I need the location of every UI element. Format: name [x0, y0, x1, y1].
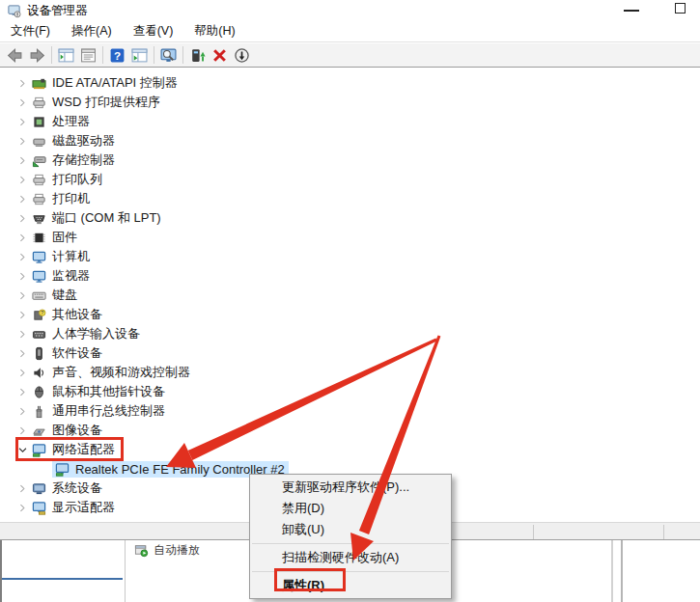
chevron-right-icon[interactable]	[15, 231, 29, 244]
chevron-right-icon[interactable]	[15, 173, 29, 186]
back-icon[interactable]	[4, 45, 26, 66]
tree-item-content[interactable]: 网络适配器	[29, 440, 119, 459]
tree-item-content[interactable]: 打印队列	[29, 170, 106, 189]
menu-file[interactable]: 文件(F)	[0, 21, 61, 41]
properties-window-icon[interactable]	[77, 45, 99, 66]
tree-item[interactable]: 计算机	[0, 247, 700, 266]
tree-item-content[interactable]: 磁盘驱动器	[29, 131, 119, 150]
device-manager-window: 设备管理器 文件(F)操作(A)查看(V)帮助(H) ? IDE ATA/ATA…	[0, 0, 700, 540]
tree-item[interactable]: 打印队列	[0, 170, 700, 189]
chevron-right-icon[interactable]	[15, 501, 29, 514]
status-bar-divider	[533, 525, 534, 539]
tree-item-content[interactable]: 图像设备	[29, 421, 106, 440]
toolbar: ?	[0, 43, 700, 68]
scan-hardware-changes-icon[interactable]	[157, 45, 180, 66]
tree-item-content[interactable]: 计算机	[29, 247, 94, 266]
tree-item-label: 存储控制器	[52, 151, 115, 169]
minimize-button[interactable]	[624, 10, 639, 12]
chevron-right-icon[interactable]	[15, 308, 29, 321]
tree-item[interactable]: IDE ATA/ATAPI 控制器	[0, 73, 700, 93]
autoplay-item[interactable]: 自动播放	[134, 542, 200, 559]
tree-item[interactable]: 网络适配器	[0, 440, 700, 459]
show-console-tree-icon[interactable]	[55, 45, 77, 66]
maximize-button[interactable]	[675, 3, 686, 14]
chevron-right-icon[interactable]	[15, 481, 29, 495]
tree-item-content[interactable]: 软件设备	[29, 343, 106, 363]
chevron-right-icon[interactable]	[15, 76, 29, 90]
chevron-right-icon[interactable]	[15, 269, 29, 283]
screen: 设备管理器 文件(F)操作(A)查看(V)帮助(H) ? IDE ATA/ATA…	[0, 0, 700, 602]
tree-item-content[interactable]: 端口 (COM 和 LPT)	[29, 208, 165, 228]
menu-action[interactable]: 操作(A)	[61, 21, 123, 41]
tree-item-content[interactable]: 处理器	[29, 112, 94, 131]
disable-icon[interactable]	[231, 45, 253, 66]
background-divider	[611, 540, 613, 602]
tree-item-content[interactable]: 固件	[29, 228, 81, 247]
chevron-right-icon[interactable]	[15, 250, 29, 263]
context-menu-item[interactable]: 属性(R)	[250, 575, 451, 596]
chevron-right-icon[interactable]	[15, 192, 29, 205]
tree-item[interactable]: 图像设备	[0, 421, 700, 440]
context-menu-item[interactable]: 卸载(U)	[250, 519, 451, 540]
update-driver-icon[interactable]	[186, 45, 209, 66]
tree-item[interactable]: 软件设备	[0, 343, 700, 363]
chevron-right-icon[interactable]	[15, 366, 29, 379]
chevron-right-icon[interactable]	[15, 346, 29, 360]
tree-item-content[interactable]: ?其他设备	[29, 305, 106, 324]
chevron-down-icon[interactable]	[15, 443, 29, 456]
tree-item[interactable]: 存储控制器	[0, 150, 700, 170]
tree-item-content[interactable]: 显示适配器	[29, 498, 119, 517]
tree-item-content[interactable]: IDE ATA/ATAPI 控制器	[29, 73, 182, 93]
context-menu-item[interactable]: 更新驱动程序软件(P)...	[250, 477, 451, 498]
tree-item-label: 其他设备	[52, 306, 102, 323]
tree-item[interactable]: 端口 (COM 和 LPT)	[0, 208, 700, 228]
tree-item-label: 系统设备	[52, 479, 102, 497]
chevron-right-icon[interactable]	[15, 288, 29, 302]
tree-item-label: 软件设备	[52, 344, 102, 362]
chevron-right-icon[interactable]	[15, 134, 29, 148]
tree-item[interactable]: 通用串行总线控制器	[0, 401, 700, 421]
background-divider	[621, 540, 623, 602]
tree-item[interactable]: 鼠标和其他指针设备	[0, 382, 700, 401]
tree-item[interactable]: 声音、视频和游戏控制器	[0, 363, 700, 382]
tree-item-content[interactable]: 系统设备	[29, 479, 106, 498]
tree-item[interactable]: 磁盘驱动器	[0, 131, 700, 150]
menu-view[interactable]: 查看(V)	[123, 21, 184, 41]
tree-item[interactable]: WSD 打印提供程序	[0, 93, 700, 112]
chevron-right-icon[interactable]	[15, 404, 29, 418]
context-menu-item[interactable]: 扫描检测硬件改动(A)	[250, 547, 451, 568]
tree-item-content[interactable]: 键盘	[29, 286, 81, 305]
tree-item-content[interactable]: 通用串行总线控制器	[29, 401, 169, 421]
tree-item-content[interactable]: 监视器	[29, 266, 94, 286]
tree-item[interactable]: 监视器	[0, 266, 700, 286]
tree-item[interactable]: 固件	[0, 228, 700, 247]
tree-item-content[interactable]: 存储控制器	[29, 150, 119, 170]
action-pane-icon[interactable]	[128, 45, 151, 66]
chevron-right-icon[interactable]	[15, 115, 29, 128]
context-menu-item[interactable]: 禁用(D)	[250, 498, 451, 519]
disk-drive-icon	[32, 134, 46, 149]
svg-text:?: ?	[114, 48, 121, 61]
uninstall-icon[interactable]	[209, 45, 231, 66]
background-divider	[125, 540, 126, 602]
tree-item-content[interactable]: WSD 打印提供程序	[29, 93, 164, 112]
tree-item[interactable]: ?其他设备	[0, 305, 700, 324]
tree-item-content[interactable]: 鼠标和其他指针设备	[29, 382, 169, 401]
menu-help[interactable]: 帮助(H)	[183, 21, 245, 41]
tree-item-content[interactable]: 人体学输入设备	[29, 324, 144, 343]
tree-item[interactable]: 人体学输入设备	[0, 324, 700, 343]
chevron-right-icon[interactable]	[15, 211, 29, 225]
tree-item-content[interactable]: 声音、视频和游戏控制器	[29, 363, 194, 382]
chevron-right-icon[interactable]	[15, 424, 29, 437]
tree-item[interactable]: 打印机	[0, 189, 700, 208]
chevron-right-icon[interactable]	[15, 153, 29, 167]
forward-icon[interactable]	[26, 45, 48, 66]
chevron-right-icon[interactable]	[15, 96, 29, 109]
tree-item[interactable]: 处理器	[0, 112, 700, 131]
tree-item[interactable]: 键盘	[0, 286, 700, 305]
printer-icon	[32, 192, 46, 206]
chevron-right-icon[interactable]	[15, 385, 29, 398]
help-icon[interactable]: ?	[106, 45, 128, 66]
chevron-right-icon[interactable]	[15, 327, 29, 341]
tree-item-content[interactable]: 打印机	[29, 189, 94, 208]
